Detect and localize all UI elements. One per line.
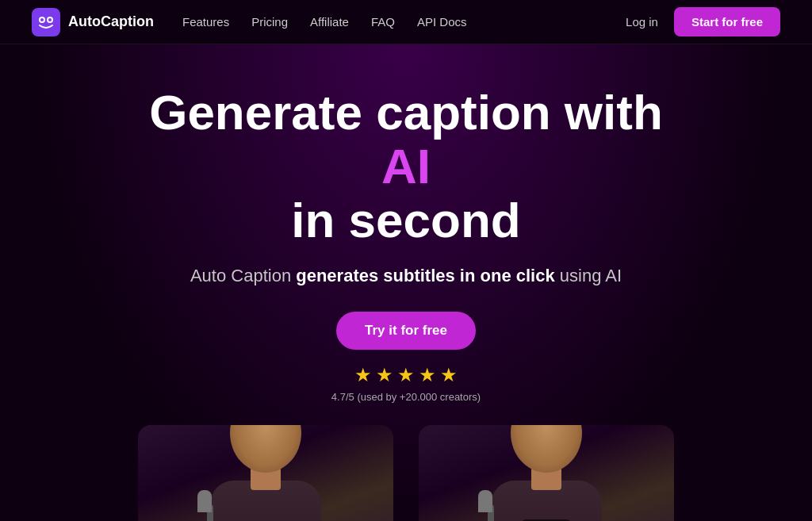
- logo[interactable]: AutoCaption: [32, 8, 154, 36]
- star-2: ★: [376, 364, 393, 386]
- navbar: AutoCaption Features Pricing Affiliate F…: [0, 0, 812, 44]
- hero-title-ai: AI: [381, 139, 431, 193]
- start-for-free-button[interactable]: Start for free: [674, 7, 780, 36]
- nav-link-pricing[interactable]: Pricing: [251, 15, 288, 29]
- svg-rect-0: [32, 8, 60, 36]
- video-card-1[interactable]: [138, 425, 393, 521]
- svg-point-3: [40, 18, 44, 21]
- video-card-2[interactable]: IS NOT: [419, 425, 674, 521]
- nav-item-affiliate[interactable]: Affiliate: [310, 15, 349, 29]
- hero-title: Generate caption with AI in second: [121, 86, 691, 248]
- hero-section: Generate caption with AI in second Auto …: [0, 44, 812, 521]
- person-silhouette-2: [467, 425, 626, 521]
- navbar-left: AutoCaption Features Pricing Affiliate F…: [32, 8, 467, 36]
- logo-text: AutoCaption: [68, 13, 154, 30]
- star-3: ★: [397, 364, 415, 386]
- try-it-free-button[interactable]: Try it for free: [336, 312, 476, 350]
- star-5: ★: [440, 364, 458, 386]
- nav-link-features[interactable]: Features: [182, 15, 229, 29]
- star-1: ★: [354, 364, 372, 386]
- rating-text: 4.7/5 (used by +20.000 creators): [331, 391, 481, 403]
- nav-link-affiliate[interactable]: Affiliate: [310, 15, 349, 29]
- logo-icon: [32, 8, 60, 36]
- hero-title-line2: in second: [291, 193, 520, 247]
- nav-item-features[interactable]: Features: [182, 15, 229, 29]
- navbar-right: Log in Start for free: [626, 7, 780, 36]
- nav-links: Features Pricing Affiliate FAQ API Docs: [182, 15, 467, 29]
- nav-item-api-docs[interactable]: API Docs: [417, 15, 467, 29]
- video-row: IS NOT: [90, 425, 722, 521]
- star-rating-row: ★ ★ ★ ★ ★: [354, 364, 458, 386]
- hero-subtitle: Auto Caption generates subtitles in one …: [190, 266, 622, 286]
- nav-item-pricing[interactable]: Pricing: [251, 15, 288, 29]
- nav-link-faq[interactable]: FAQ: [371, 15, 395, 29]
- star-4: ★: [419, 364, 436, 386]
- nav-link-api-docs[interactable]: API Docs: [417, 15, 467, 29]
- login-button[interactable]: Log in: [626, 15, 658, 29]
- hero-subtitle-start: Auto Caption: [190, 266, 296, 285]
- hero-subtitle-bold: generates subtitles in one click: [296, 266, 554, 285]
- nav-item-faq[interactable]: FAQ: [371, 15, 395, 29]
- person-silhouette-1: [186, 425, 345, 521]
- hero-subtitle-end: using AI: [555, 266, 622, 285]
- svg-point-4: [48, 18, 52, 21]
- hero-title-line1: Generate caption with: [149, 85, 663, 140]
